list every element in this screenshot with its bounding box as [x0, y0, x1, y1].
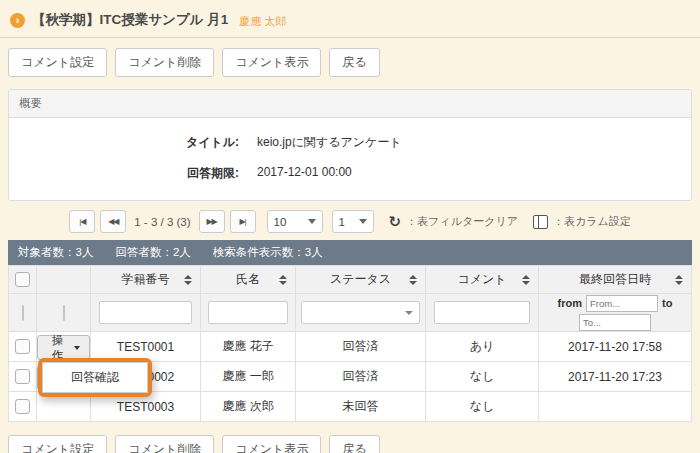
- survey-title-value: keio.jpに関するアンケート: [257, 134, 402, 151]
- first-page-button[interactable]: |◀: [69, 210, 95, 233]
- last-answered-cell: [539, 392, 692, 422]
- answer-confirm-menu-item[interactable]: 回答確認: [43, 366, 147, 389]
- page-range-text: 1 - 3 / 3 (3): [131, 216, 193, 228]
- status-cell: 回答済: [296, 362, 426, 392]
- back-button[interactable]: 戻る: [329, 435, 379, 453]
- deadline-value: 2017-12-01 00:00: [257, 165, 352, 182]
- table-filter-row: from to: [9, 294, 692, 332]
- last-answered-cell: 2017-11-20 17:23: [539, 362, 692, 392]
- respondent-count: 回答者数：2人: [115, 245, 190, 260]
- back-button[interactable]: 戻る: [329, 48, 379, 77]
- name-header-label: 氏名: [236, 272, 260, 286]
- sort-icon[interactable]: [184, 275, 192, 285]
- name-cell: 慶應 一郎: [201, 362, 296, 392]
- overview-panel: 概要 タイトル: keio.jpに関するアンケート 回答期限: 2017-12-…: [8, 89, 692, 201]
- sort-icon[interactable]: [409, 275, 417, 285]
- status-cell: 回答済: [296, 332, 426, 362]
- row-checkbox[interactable]: [15, 339, 30, 354]
- column-header-last-answered[interactable]: 最終回答日時: [539, 266, 692, 294]
- comment-delete-button[interactable]: コメント削除: [115, 435, 214, 453]
- comment-cell: なし: [426, 392, 539, 422]
- deadline-field: 回答期限: 2017-12-01 00:00: [9, 165, 691, 182]
- caret-down-icon: [405, 311, 413, 315]
- comment-filter-input[interactable]: [434, 301, 530, 324]
- student-id-cell: TEST0001: [91, 332, 201, 362]
- column-header-status[interactable]: ステータス: [296, 266, 426, 294]
- column-config-label: ：表カラム設定: [553, 214, 631, 229]
- page-number-value: 1: [339, 216, 345, 228]
- status-cell: 未回答: [296, 392, 426, 422]
- next-page-button[interactable]: ▶▶: [199, 210, 225, 233]
- page-size-value: 10: [274, 216, 287, 228]
- name-cell: 慶應 花子: [201, 332, 296, 362]
- action-column-header: [37, 266, 91, 294]
- filtered-count: 検索条件表示数：3人: [213, 245, 323, 260]
- row-checkbox[interactable]: [15, 399, 30, 414]
- row-checkbox-cell: [9, 392, 37, 422]
- last-page-button[interactable]: ▶|: [230, 210, 256, 233]
- top-toolbar: コメント設定 コメント削除 コメント表示 戻る: [0, 38, 700, 81]
- comment-cell: なし: [426, 362, 539, 392]
- page-title: 【秋学期】ITC授業サンプル 月1: [32, 11, 228, 29]
- filter-status-cell: [296, 294, 426, 332]
- filter-student-id-cell: [91, 294, 201, 332]
- operation-button[interactable]: 操作: [37, 335, 90, 360]
- column-header-name[interactable]: 氏名: [201, 266, 296, 294]
- date-from-input[interactable]: [586, 295, 658, 312]
- column-header-comment[interactable]: コメント: [426, 266, 539, 294]
- select-all-checkbox[interactable]: [15, 272, 30, 287]
- caret-down-icon: [359, 219, 367, 224]
- operation-dropdown-menu: 回答確認: [42, 362, 148, 393]
- filter-clear-label: ：表フィルタークリア: [406, 214, 518, 229]
- filter-action-cell: [37, 294, 91, 332]
- student-id-header-label: 学籍番号: [122, 272, 170, 286]
- status-header-label: ステータス: [330, 272, 391, 286]
- row-checkbox-cell: [9, 332, 37, 362]
- table-columns-icon[interactable]: [533, 215, 548, 229]
- row-action-cell: 操作 回答確認: [37, 332, 91, 362]
- sort-icon[interactable]: [279, 275, 287, 285]
- deadline-label: 回答期限:: [9, 165, 239, 182]
- sort-icon[interactable]: [675, 275, 683, 285]
- comment-settings-button[interactable]: コメント設定: [8, 48, 107, 77]
- survey-title-label: タイトル:: [9, 134, 239, 151]
- comment-cell: あり: [426, 332, 539, 362]
- table-row: 操作 回答確認 TEST0001 慶應 花子 回答済 あり 2017-11-20…: [9, 332, 692, 362]
- bottom-toolbar: コメント設定 コメント削除 コメント表示 戻る: [0, 422, 700, 453]
- user-name: 慶應 太郎: [239, 14, 286, 29]
- sort-icon[interactable]: [522, 275, 530, 285]
- name-cell: 慶應 次郎: [201, 392, 296, 422]
- overview-panel-body: タイトル: keio.jpに関するアンケート 回答期限: 2017-12-01 …: [9, 118, 691, 200]
- page-size-select[interactable]: 10: [267, 210, 323, 233]
- comment-delete-button[interactable]: コメント削除: [115, 48, 214, 77]
- caret-down-icon: [74, 346, 80, 350]
- row-checkbox[interactable]: [15, 369, 30, 384]
- prev-page-button[interactable]: ◀◀: [100, 210, 126, 233]
- filter-comment-cell: [426, 294, 539, 332]
- page-header: › 【秋学期】ITC授業サンプル 月1 慶應 太郎: [0, 0, 700, 37]
- comment-settings-button[interactable]: コメント設定: [8, 435, 107, 453]
- chevron-right-icon[interactable]: ›: [10, 13, 25, 28]
- disabled-filter-box: [63, 305, 65, 321]
- pagination-bar: |◀ ◀◀ 1 - 3 / 3 (3) ▶▶ ▶| 10 1 ↻ ：表フィルター…: [0, 210, 700, 233]
- name-filter-input[interactable]: [208, 301, 289, 324]
- disabled-filter-box: [22, 305, 24, 321]
- target-count: 対象者数：3人: [18, 245, 93, 260]
- filter-clear-icon[interactable]: ↻: [389, 214, 402, 229]
- student-id-filter-input[interactable]: [99, 301, 193, 324]
- comment-show-button[interactable]: コメント表示: [222, 48, 321, 77]
- select-all-cell: [9, 266, 37, 294]
- overview-panel-title: 概要: [9, 90, 691, 118]
- date-to-input[interactable]: [579, 314, 651, 331]
- page-number-select[interactable]: 1: [332, 210, 374, 233]
- to-label: to: [662, 297, 672, 309]
- table-header-row: 学籍番号 氏名 ステータス コメント 最終回答日時: [9, 266, 692, 294]
- comment-show-button[interactable]: コメント表示: [222, 435, 321, 453]
- survey-title-field: タイトル: keio.jpに関するアンケート: [9, 134, 691, 151]
- column-header-student-id[interactable]: 学籍番号: [91, 266, 201, 294]
- status-filter-select[interactable]: [301, 301, 420, 324]
- comment-header-label: コメント: [457, 272, 506, 286]
- tutorial-highlight-box: 回答確認: [38, 358, 152, 397]
- last-answered-cell: 2017-11-20 17:58: [539, 332, 692, 362]
- respondents-table: 学籍番号 氏名 ステータス コメント 最終回答日時: [8, 265, 692, 422]
